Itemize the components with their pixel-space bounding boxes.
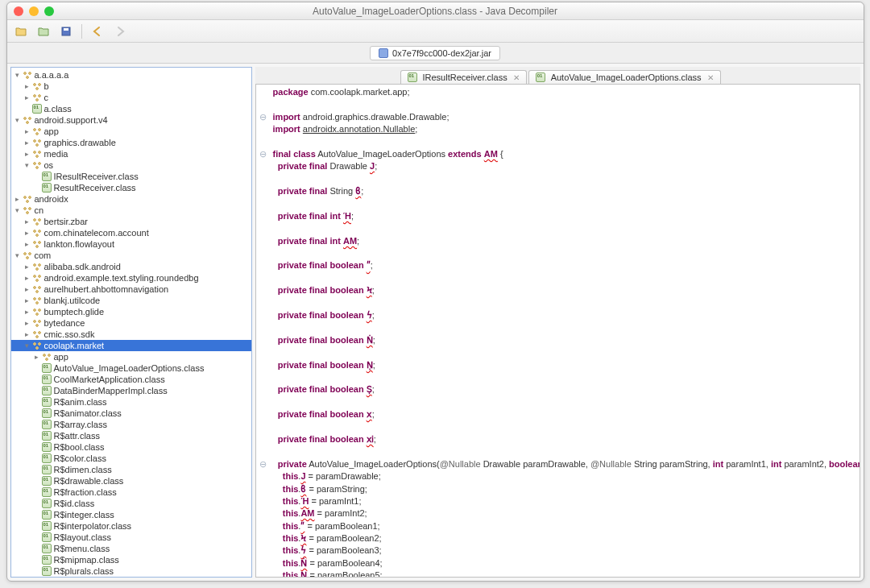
code-line[interactable]: this.Ή = paramInt1;	[271, 495, 362, 507]
tree-row[interactable]: ▸▸bumptech.glide	[11, 306, 251, 317]
tree-row[interactable]: ▸▸▸R$plurals.class	[11, 565, 251, 577]
tree-row[interactable]: ▾android.support.v4	[11, 114, 251, 126]
code-line[interactable]	[271, 346, 273, 358]
code-line[interactable]: this.Ṅ = paramBoolean4;	[271, 557, 383, 569]
nav-back-button[interactable]	[89, 23, 106, 39]
code-line[interactable]	[271, 173, 273, 185]
code-line[interactable]: package com.coolapk.market.app;	[271, 86, 410, 98]
tree-row[interactable]: ▸▸media	[11, 148, 251, 159]
code-line[interactable]: private final boolean ⅹ;	[271, 408, 375, 420]
tree-row[interactable]: ▸▸▸DataBinderMapperImpl.class	[11, 385, 251, 396]
code-line[interactable]	[271, 272, 273, 284]
code-line[interactable]: private AutoValue_ImageLoaderOptions(@Nu…	[271, 458, 860, 470]
tree-row[interactable]: ▸androidx	[11, 193, 251, 205]
expand-icon[interactable]: ▸	[23, 240, 32, 248]
source-viewer[interactable]: package com.coolapk.market.app; ⊖ import…	[255, 85, 860, 578]
tree-row[interactable]: ▸▸android.example.text.styling.roundedbg	[11, 272, 251, 284]
tree-row[interactable]: ▾com	[11, 250, 251, 261]
expand-icon[interactable]: ▾	[13, 251, 23, 259]
expand-icon[interactable]: ▸	[23, 263, 32, 271]
tree-row[interactable]: ▸▸▸R$attr.class	[11, 430, 251, 441]
code-line[interactable]	[271, 222, 273, 234]
code-line[interactable]: final class AutoValue_ImageLoaderOptions…	[271, 148, 503, 160]
code-line[interactable]	[271, 371, 273, 383]
expand-icon[interactable]: ▸	[13, 195, 23, 203]
tree-row[interactable]: ▸▸▸CoolMarketApplication.class	[11, 374, 251, 385]
code-line[interactable]	[271, 297, 273, 309]
tree-row[interactable]: ▸▸▸R$fraction.class	[11, 487, 251, 498]
code-line[interactable]	[271, 445, 273, 458]
tree-row[interactable]: ▸▸lankton.flowlayout	[11, 238, 251, 250]
expand-icon[interactable]: ▸	[23, 274, 32, 282]
expand-icon[interactable]: ▸	[23, 82, 32, 90]
tree-row[interactable]: ▸▸bytedance	[11, 317, 251, 329]
code-line[interactable]: private final boolean Ṣ;	[271, 383, 375, 395]
tree-row[interactable]: ▸▸▸R$array.class	[11, 419, 251, 430]
expand-icon[interactable]: ▸	[23, 319, 32, 327]
code-line[interactable]	[271, 321, 273, 333]
code-line[interactable]: private final boolean Ṇ;	[271, 359, 375, 371]
code-line[interactable]: this.AM = paramInt2;	[271, 507, 367, 520]
tree-row[interactable]: ▸▸▸R$dimen.class	[11, 464, 251, 475]
tree-row[interactable]: ▸▾coolapk.market	[11, 340, 251, 351]
titlebar[interactable]: AutoValue_ImageLoaderOptions.class - Jav…	[7, 2, 864, 20]
expand-icon[interactable]: ▸	[23, 93, 32, 101]
code-line[interactable]	[271, 421, 273, 433]
code-line[interactable]: this.Ṇ = paramBoolean5;	[271, 569, 383, 578]
tree-row[interactable]: ▸▸b	[11, 81, 251, 92]
tree-row[interactable]: ▸▸▸R$mipmap.class	[11, 554, 251, 565]
tree-row[interactable]: ▸▸a.class	[11, 103, 251, 114]
expand-icon[interactable]: ▸	[32, 353, 42, 361]
tree-row[interactable]: ▸▸▸ResultReceiver.class	[11, 182, 251, 193]
code-line[interactable]	[271, 198, 273, 210]
code-line[interactable]: private final boolean ⅺ;	[271, 433, 376, 445]
tab-iresultreceiver[interactable]: IResultReceiver.class ✕	[400, 70, 527, 84]
save-button[interactable]	[57, 23, 75, 39]
tree-row[interactable]: ▸▸c	[11, 92, 251, 103]
code-line[interactable]: private final String ϐ;	[271, 185, 364, 197]
code-line[interactable]	[271, 396, 273, 408]
tree-row[interactable]: ▸▸▸R$color.class	[11, 453, 251, 464]
tree-row[interactable]: ▸▸▸AutoValue_ImageLoaderOptions.class	[11, 362, 251, 374]
code-line[interactable]: private final int AM;	[271, 235, 360, 247]
expand-icon[interactable]: ▸	[23, 217, 32, 226]
expand-icon[interactable]: ▾	[13, 116, 23, 124]
tree-row[interactable]: ▸▸▸R$menu.class	[11, 543, 251, 554]
expand-icon[interactable]: ▸	[23, 139, 32, 147]
code-line[interactable]: private final boolean ϟ;	[271, 309, 375, 321]
tree-row[interactable]: ▸▸app	[11, 126, 251, 137]
expand-icon[interactable]: ▾	[23, 161, 32, 169]
tree-row[interactable]: ▸▸▸R$bool.class	[11, 441, 251, 453]
nav-forward-button[interactable]	[111, 23, 129, 39]
tree-row[interactable]: ▸▸blankj.utilcode	[11, 295, 251, 306]
tree-row[interactable]: ▸▸cmic.sso.sdk	[11, 329, 251, 340]
tree-row[interactable]: ▸▸▸R$animator.class	[11, 408, 251, 419]
expand-icon[interactable]: ▾	[13, 206, 23, 214]
fold-gutter[interactable]: ⊖	[256, 148, 271, 160]
tab-autovalue[interactable]: AutoValue_ImageLoaderOptions.class ✕	[528, 70, 721, 84]
tree-row[interactable]: ▸▸▸R$raw.class	[11, 577, 251, 578]
fold-gutter[interactable]: ⊖	[256, 111, 271, 123]
tree-row[interactable]: ▸▸▸R$drawable.class	[11, 475, 251, 487]
code-line[interactable]: this.Ϟ = paramBoolean2;	[271, 532, 382, 545]
fold-gutter[interactable]: ⊖	[256, 458, 271, 470]
tree-row[interactable]: ▸▸▸app	[11, 351, 251, 362]
tree-row[interactable]: ▸▸aurelhubert.ahbottomnavigation	[11, 284, 251, 295]
tree-row[interactable]: ▸▸alibaba.sdk.android	[11, 261, 251, 272]
expand-icon[interactable]: ▸	[23, 229, 32, 237]
code-line[interactable]: private final boolean Ϟ;	[271, 284, 375, 296]
code-line[interactable]: private final boolean Ṅ;	[271, 334, 375, 346]
tree-row[interactable]: ▸▸▸IResultReceiver.class	[11, 171, 251, 182]
expand-icon[interactable]: ▸	[23, 127, 32, 135]
tree-row[interactable]: ▸▸bertsir.zbar	[11, 216, 251, 227]
tree-row[interactable]: ▸▸▸R$anim.class	[11, 396, 251, 408]
expand-icon[interactable]: ▸	[23, 296, 32, 304]
expand-icon[interactable]: ▸	[23, 150, 32, 158]
code-line[interactable]: this.J = paramDrawable;	[271, 470, 381, 482]
tree-row[interactable]: ▸▸▸R$integer.class	[11, 509, 251, 520]
code-line[interactable]: this.ʺ = paramBoolean1;	[271, 520, 380, 532]
code-line[interactable]: private final int Ή;	[271, 210, 354, 222]
expand-icon[interactable]: ▾	[13, 71, 23, 79]
tree-row[interactable]: ▾a.a.a.a.a	[11, 69, 251, 81]
expand-icon[interactable]: ▾	[23, 342, 32, 350]
